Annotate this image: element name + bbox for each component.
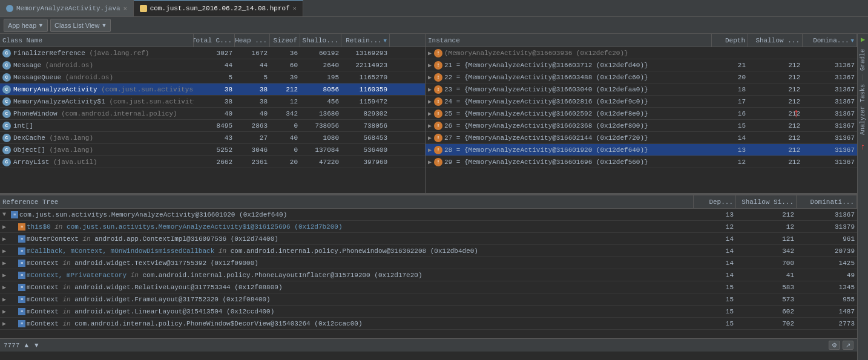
- hprof-icon: [140, 5, 147, 12]
- col-header-depth: Depth: [712, 34, 748, 47]
- expand-icon[interactable]: ▶: [426, 146, 434, 154]
- table-row[interactable]: C Message (android.os) 44 44 60 2640 221…: [0, 59, 425, 71]
- java-icon: [6, 5, 13, 12]
- class-icon: C: [2, 61, 11, 70]
- instance-row[interactable]: ▶ ! 27 = {MemoryAnalyzeActivity@31660214…: [426, 132, 857, 144]
- expand-icon[interactable]: ▶: [0, 296, 8, 303]
- col-header-shallow[interactable]: Shallo...: [300, 34, 341, 47]
- class-icon: C: [2, 73, 11, 82]
- expand-icon[interactable]: ▶: [0, 320, 8, 327]
- heap-dropdown[interactable]: App heap ▼: [4, 19, 48, 32]
- instance-row[interactable]: ▶ ! 24 = {MemoryAnalyzeActivity@31660281…: [426, 96, 857, 108]
- gradle-label[interactable]: Gradle: [858, 47, 867, 73]
- expand-icon[interactable]: ▶: [0, 260, 8, 267]
- col-header-inst-shallow: Shallow ...: [748, 34, 803, 47]
- class-table-body[interactable]: C FinalizerReference (java.lang.ref) 302…: [0, 47, 425, 193]
- settings-button[interactable]: ⚙: [829, 341, 840, 350]
- table-row[interactable]: C ArrayList (java.util) 2662 2361 20 472…: [0, 156, 425, 168]
- col-header-sizeof[interactable]: Sizeof: [270, 34, 300, 47]
- expand-icon[interactable]: ▶: [426, 62, 434, 69]
- instance-row[interactable]: ▶ ! 28 = {MemoryAnalyzeActivity@31660192…: [426, 144, 857, 156]
- expand-icon[interactable]: ▶: [426, 74, 434, 81]
- expand-icon[interactable]: ▶: [0, 284, 8, 291]
- tab-hprof-close[interactable]: ✕: [293, 5, 297, 12]
- table-row[interactable]: C FinalizerReference (java.lang.ref) 302…: [0, 47, 425, 59]
- ref-tree-row[interactable]: ▶ ≡ mContext in android.widget.RelativeL…: [0, 281, 857, 293]
- ref-tree-row[interactable]: ▶ ≡ mContext in com.android.internal.pol…: [0, 318, 857, 330]
- red-sidebar-arrow: ↑: [860, 142, 865, 152]
- ref-tree-row[interactable]: ▶ ≡ mContext in android.widget.LinearLay…: [0, 306, 857, 318]
- expand-icon[interactable]: ▶: [426, 50, 434, 57]
- instance-row[interactable]: ▶ ! 23 = {MemoryAnalyzeActivity@31660304…: [426, 83, 857, 96]
- expand-icon[interactable]: ▶: [426, 122, 434, 129]
- expand-icon[interactable]: ▼: [0, 211, 8, 218]
- field-icon: ≡: [18, 296, 25, 303]
- ref-tree-row[interactable]: ▶ ≡ this$0 in com.just.sun.activitys.Mem…: [0, 221, 857, 233]
- instance-icon: !: [434, 134, 442, 142]
- tab-java[interactable]: MemoryAnalyzeActivity.java ✕: [0, 0, 134, 16]
- ref-tree-header: Reference Tree Dep... Shallow Si... Domi…: [0, 195, 857, 209]
- instance-icon: !: [434, 146, 442, 154]
- ref-tree-body[interactable]: ▼ ≡ com.just.sun.activitys.MemoryAnalyze…: [0, 209, 857, 338]
- table-row[interactable]: C MemoryAnalyzeActivity (com.just.sun.ac…: [0, 83, 425, 96]
- view-label: Class List View: [54, 22, 99, 29]
- expand-icon[interactable]: ▶: [0, 223, 8, 231]
- field-icon: ≡: [18, 320, 25, 327]
- analyzer-tasks-label[interactable]: Analyzer Tasks: [858, 82, 867, 137]
- instance-icon: !: [434, 110, 442, 118]
- table-row[interactable]: C DexCache (java.lang) 43 27 40 1080 568…: [0, 132, 425, 144]
- table-row[interactable]: C Object[] (java.lang) 5252 3046 0 13708…: [0, 144, 425, 156]
- instance-row[interactable]: ▶ ! 26 = {MemoryAnalyzeActivity@31660236…: [426, 120, 857, 132]
- instance-row[interactable]: ▶ ! 29 = {MemoryAnalyzeActivity@31660169…: [426, 156, 857, 168]
- col-header-heap[interactable]: Heap ...: [235, 34, 270, 47]
- col-header-classname[interactable]: Class Name: [0, 34, 194, 47]
- expand-icon[interactable]: ▶: [426, 159, 434, 166]
- instance-row[interactable]: ▶ ! (MemoryAnalyzeActivity@316603936 (0x…: [426, 47, 857, 59]
- view-dropdown[interactable]: Class List View ▼: [50, 19, 111, 32]
- ref-tree-row[interactable]: ▶ ≡ mOuterContext in android.app.Context…: [0, 233, 857, 245]
- instance-icon: !: [434, 49, 442, 57]
- ref-tree-row[interactable]: ▶ ≡ mContext, mPrivateFactory in com.and…: [0, 269, 857, 281]
- instance-row[interactable]: ▶ ! 22 = {MemoryAnalyzeActivity@31660348…: [426, 71, 857, 83]
- ref-tree-row[interactable]: ▶ ≡ mContext in android.widget.FrameLayo…: [0, 293, 857, 306]
- ref-tree-title: Reference Tree: [0, 195, 694, 208]
- instance-table-panel: Instance Depth Shallow ... Domina...▼: [426, 34, 857, 193]
- instance-icon: !: [434, 73, 442, 82]
- bottom-bar-label: ▼: [35, 342, 39, 349]
- tab-java-close[interactable]: ✕: [123, 5, 127, 12]
- expand-icon[interactable]: ▶: [426, 98, 434, 105]
- ref-tree-row[interactable]: ▼ ≡ com.just.sun.activitys.MemoryAnalyze…: [0, 209, 857, 221]
- col-header-ref-depth: Dep...: [694, 195, 736, 208]
- expand-icon[interactable]: ▶: [0, 235, 8, 243]
- instance-icon: !: [434, 122, 442, 130]
- instance-icon: !: [434, 158, 442, 166]
- ref-tree-row[interactable]: ▶ ≡ mContext in android.widget.TextView@…: [0, 257, 857, 269]
- class-icon: C: [2, 158, 11, 166]
- field-icon: ≡: [18, 247, 25, 255]
- class-icon: C: [2, 122, 11, 130]
- expand-icon[interactable]: ▶: [426, 110, 434, 117]
- class-icon: C: [2, 134, 11, 142]
- col-header-totalc[interactable]: Total C...: [194, 34, 235, 47]
- table-row[interactable]: C MessageQueue (android.os) 5 5 39 195 1…: [0, 71, 425, 83]
- tab-hprof[interactable]: com.just.sun_2016.06.22_14.08.hprof ✕: [134, 0, 303, 16]
- heap-label: App heap: [8, 22, 36, 29]
- field-icon: ≡: [18, 235, 25, 243]
- field-icon: ≡: [18, 223, 25, 231]
- expand-icon[interactable]: ▶: [0, 308, 8, 315]
- ref-tree-panel: Reference Tree Dep... Shallow Si... Domi…: [0, 194, 857, 352]
- expand-icon[interactable]: ▶: [426, 86, 434, 93]
- instance-row[interactable]: ▶ ! 21 = {MemoryAnalyzeActivity@31660371…: [426, 59, 857, 71]
- class-icon: C: [2, 49, 11, 57]
- table-row[interactable]: C int[] 8495 2863 0 738056 738056: [0, 120, 425, 132]
- expand-icon[interactable]: ▶: [426, 134, 434, 142]
- expand-icon[interactable]: ▶: [0, 247, 8, 255]
- ref-tree-row[interactable]: ▶ ≡ mCallback, mContext, mOnWindowDismis…: [0, 245, 857, 257]
- table-row[interactable]: C MemoryAnalyzeActivity$1 (com.just.sun.…: [0, 96, 425, 108]
- expand-bottom-button[interactable]: ↗: [843, 341, 853, 350]
- col-header-retain[interactable]: Retain...▼: [341, 34, 390, 47]
- table-row[interactable]: C PhoneWindow (com.android.internal.poli…: [0, 108, 425, 120]
- gradle-icon: ▶: [861, 35, 865, 44]
- field-icon: ≡: [18, 260, 25, 267]
- expand-icon[interactable]: ▶: [0, 272, 8, 279]
